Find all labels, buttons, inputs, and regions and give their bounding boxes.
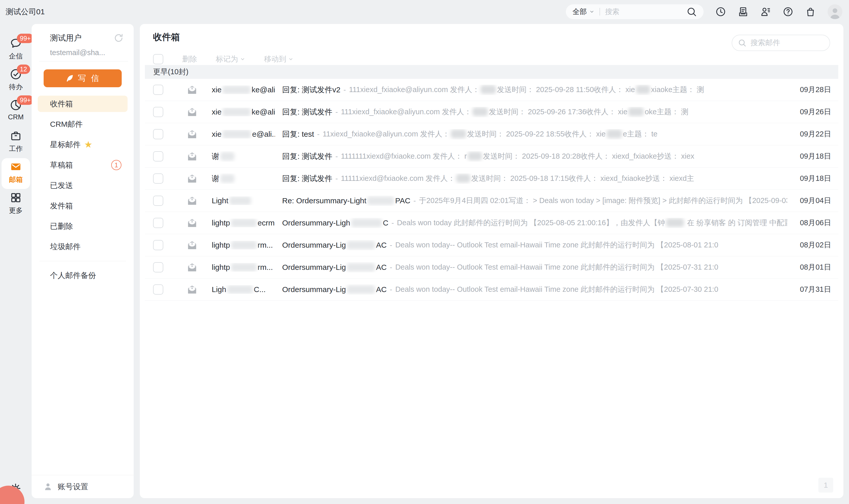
rail-item-label: 邮箱 — [9, 175, 23, 184]
redacted-text — [231, 219, 257, 227]
search-icon[interactable] — [686, 6, 697, 17]
email-checkbox[interactable] — [153, 129, 163, 139]
mail-sidebar: 测试用户 testemail@sha... 写 信 收件箱CRM邮件星标邮件★草… — [32, 24, 134, 498]
move-to-button[interactable]: 移动到 — [264, 54, 293, 64]
email-row[interactable]: lightprm...Ordersummary-LigAC-Deals won … — [145, 256, 838, 278]
rail-item-crm[interactable]: CRM99+ — [2, 96, 30, 127]
mail-read-icon — [187, 85, 197, 95]
clock-icon[interactable] — [715, 6, 726, 17]
sidebar-folder-starred[interactable]: 星标邮件★ — [38, 137, 128, 153]
contacts-icon[interactable] — [760, 6, 771, 17]
email-row[interactable]: 谢回复: 测试发件-1111111xiexd@fxiaoke.com 发件人： … — [145, 145, 838, 167]
refresh-icon[interactable] — [113, 33, 124, 43]
email-checkbox[interactable] — [153, 85, 163, 95]
email-rows: xieke@ali...回复: 测试发件v2-111xiexd_fxiaoke@… — [145, 79, 838, 301]
user-avatar[interactable] — [828, 4, 842, 19]
email-summary: 回复: 测试发件-111xiexd_fxiaoke@aliyun.com 发件人… — [282, 107, 787, 117]
email-summary: Re: Ordersummary-LightPAC-于2025年9月4日周四 0… — [282, 196, 787, 206]
email-row[interactable]: xiee@ali...回复: test-11xiexd_fxiaoke@aliy… — [145, 123, 838, 145]
email-date: 08月01日 — [787, 262, 838, 272]
email-summary: 回复: 测试发件-1111111xiexd@fxiaoke.com 发件人： r… — [282, 151, 787, 162]
help-icon[interactable] — [783, 6, 793, 17]
folder-label: 收件箱 — [50, 99, 73, 109]
email-row[interactable]: LightRe: Ordersummary-LightPAC-于2025年9月4… — [145, 190, 838, 212]
email-snippet: 11111xiexd@fxiaoke.com 发件人：发送时间： 2025-09… — [341, 174, 694, 184]
mail-read-icon — [187, 129, 197, 140]
email-row[interactable]: xieke@ali...回复: 测试发件-111xiexd_fxiaoke@al… — [145, 101, 838, 123]
redacted-text — [229, 196, 251, 205]
redacted-text — [231, 241, 257, 249]
sidebar-folder-inbox[interactable]: 收件箱 — [38, 96, 128, 112]
email-checkbox[interactable] — [153, 262, 163, 272]
delete-button[interactable]: 删除 — [182, 54, 197, 64]
email-checkbox[interactable] — [153, 174, 163, 184]
folder-label: 星标邮件 — [50, 140, 80, 150]
topbar: 测试公司01 全部 搜索 — [0, 0, 849, 23]
pagination-page-1[interactable]: 1 — [818, 478, 833, 492]
rail-item-work[interactable]: 工作 — [2, 127, 30, 158]
mail-read-icon — [187, 107, 197, 117]
email-checkbox[interactable] — [153, 107, 163, 117]
email-date: 08月02日 — [787, 240, 838, 250]
email-summary: 回复: 测试发件v2-111xiexd_fxiaoke@aliyun.com 发… — [282, 85, 787, 95]
subject-snippet-separator: - — [390, 241, 392, 249]
redacted-text — [468, 152, 482, 160]
email-row[interactable]: 谢回复: 测试发件-11111xiexd@fxiaoke.com 发件人：发送时… — [145, 167, 838, 190]
sidebar-folder-personal-backup[interactable]: 个人邮件备份 — [38, 267, 128, 284]
select-all-checkbox[interactable] — [153, 54, 163, 64]
rail-item-mail[interactable]: 邮箱 — [2, 158, 30, 189]
email-sender: 谢 — [212, 174, 275, 184]
sidebar-folder-sent[interactable]: 已发送 — [38, 177, 128, 194]
rail-item-todo[interactable]: 待办12 — [2, 66, 30, 96]
rail-item-label: 企信 — [9, 52, 23, 61]
chevron-down-icon — [589, 9, 594, 14]
receipt-printer-icon[interactable] — [738, 6, 748, 17]
email-sender: lightprm... — [212, 241, 275, 249]
bag-icon[interactable] — [805, 6, 816, 17]
email-summary: 回复: 测试发件-11111xiexd@fxiaoke.com 发件人：发送时间… — [282, 174, 787, 184]
email-checkbox[interactable] — [153, 218, 163, 228]
email-row[interactable]: lightprm...Ordersummary-LigAC-Deals won … — [145, 234, 838, 256]
sidebar-folder-drafts[interactable]: 草稿箱1 — [38, 157, 128, 173]
mail-read-icon — [187, 240, 197, 250]
rail-item-qixin[interactable]: 企信99+ — [2, 35, 30, 66]
email-checkbox[interactable] — [153, 240, 163, 250]
mail-search-placeholder: 搜索邮件 — [751, 38, 780, 48]
envelope-icon — [10, 161, 22, 173]
global-search[interactable]: 全部 搜索 — [566, 4, 704, 19]
mark-as-label: 标记为 — [216, 54, 238, 64]
rail-item-more[interactable]: 更多 — [2, 189, 30, 220]
sidebar-folder-spam[interactable]: 垃圾邮件 — [38, 238, 128, 255]
account-settings[interactable]: 账号设置 — [32, 475, 134, 498]
email-checkbox[interactable] — [153, 284, 163, 294]
email-snippet: Deals won today-- Outlook Test email-Haw… — [395, 284, 718, 294]
email-summary: Ordersummary-LigAC-Deals won today-- Out… — [282, 284, 787, 294]
redacted-text — [451, 130, 466, 138]
move-to-label: 移动到 — [264, 54, 286, 64]
email-sender: LighC... — [212, 285, 275, 294]
compose-label: 写 信 — [78, 73, 101, 84]
search-scope-dropdown[interactable]: 全部 — [573, 7, 594, 17]
sidebar-folder-crm-mail[interactable]: CRM邮件 — [38, 116, 128, 132]
email-checkbox[interactable] — [153, 196, 163, 206]
folder-label: 已发送 — [50, 180, 73, 191]
email-row[interactable]: xieke@ali...回复: 测试发件v2-111xiexd_fxiaoke@… — [145, 79, 838, 101]
sidebar-folder-deleted[interactable]: 已删除 — [38, 218, 128, 234]
folder-label: 垃圾邮件 — [50, 241, 80, 252]
email-row[interactable]: LighC...Ordersummary-LigAC-Deals won tod… — [145, 278, 838, 301]
subject-snippet-separator: - — [391, 219, 394, 227]
mark-as-button[interactable]: 标记为 — [216, 54, 245, 64]
compose-button[interactable]: 写 信 — [43, 69, 122, 87]
sidebar-divider — [39, 61, 128, 61]
email-subject: 回复: 测试发件 — [282, 151, 332, 162]
email-date: 09月18日 — [787, 151, 838, 161]
subject-snippet-separator: - — [336, 108, 338, 116]
email-checkbox[interactable] — [153, 151, 163, 161]
sidebar-folder-outbox[interactable]: 发件箱 — [38, 198, 128, 214]
redacted-text — [220, 152, 234, 161]
email-row[interactable]: lightpecrmOrdersummary-LighC-Deals won t… — [145, 212, 838, 234]
email-subject: Ordersummary-LigAC — [282, 285, 387, 294]
mail-search-input[interactable]: 搜索邮件 — [731, 35, 830, 51]
subject-snippet-separator: - — [390, 285, 392, 294]
grid-icon — [10, 192, 22, 204]
